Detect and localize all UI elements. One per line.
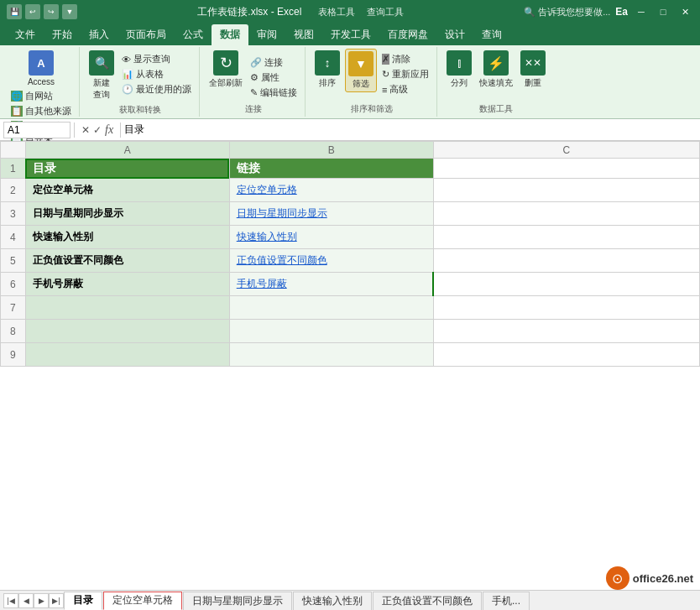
cell-reference-input[interactable] <box>3 122 71 138</box>
cell-b2[interactable]: 定位空单元格 <box>229 179 433 202</box>
title-bar-right: 🔍 告诉我您想要做... Ea ─ □ ✕ <box>524 3 693 20</box>
tab-design[interactable]: 设计 <box>436 24 473 45</box>
insert-function-icon[interactable]: fx <box>105 123 113 137</box>
cell-c8[interactable] <box>433 320 699 343</box>
tab-home[interactable]: 开始 <box>44 24 81 45</box>
cell-c4[interactable] <box>433 226 699 249</box>
tab-file[interactable]: 文件 <box>7 24 44 45</box>
link-b5[interactable]: 正负值设置不同颜色 <box>237 254 327 266</box>
tab-insert[interactable]: 插入 <box>81 24 118 45</box>
table-row: 9 <box>1 343 700 367</box>
recent-sources-button[interactable]: 🕐最近使用的源 <box>119 82 194 96</box>
split-column-button[interactable]: ⫿ 分列 <box>444 49 474 91</box>
access-button[interactable]: A Access <box>8 49 74 88</box>
cell-b9[interactable] <box>229 343 433 367</box>
tab-review[interactable]: 审阅 <box>248 24 285 45</box>
cell-b1[interactable]: 链接 <box>229 159 433 179</box>
col-header-a[interactable]: A <box>25 142 229 159</box>
cell-a2[interactable]: 定位空单元格 <box>25 179 229 202</box>
help-text[interactable]: 🔍 告诉我您想要做... <box>524 6 610 18</box>
reapply-button[interactable]: ↻重新应用 <box>379 67 431 81</box>
minimize-button[interactable]: ─ <box>633 3 650 20</box>
cell-a6[interactable]: 手机号屏蔽 <box>25 273 229 296</box>
tab-next-button[interactable]: ▶ <box>34 593 49 608</box>
confirm-formula-icon[interactable]: ✓ <box>93 124 102 136</box>
link-b6[interactable]: 手机号屏蔽 <box>237 278 287 289</box>
table-row: 6 手机号屏蔽 手机号屏蔽 <box>1 273 700 296</box>
website-button[interactable]: 🌐自网站 <box>8 89 74 103</box>
cell-c3[interactable] <box>433 202 699 226</box>
advanced-button[interactable]: ≡高级 <box>379 82 431 96</box>
cell-b7[interactable] <box>229 296 433 320</box>
sort-button[interactable]: ↕ 排序 <box>312 49 342 91</box>
edit-links-button[interactable]: ✎编辑链接 <box>248 86 300 100</box>
cell-a9[interactable] <box>25 343 229 367</box>
sheet-tab-phone[interactable]: 手机... <box>483 592 530 610</box>
table-row: 4 快速输入性别 快速输入性别 <box>1 226 700 249</box>
tab-page-layout[interactable]: 页面布局 <box>118 24 175 45</box>
other-sources-button[interactable]: 📋自其他来源 <box>8 104 74 118</box>
ribbon: A Access 🌐自网站 📋自其他来源 🔗现有连接 📄自文本 获取外部数据 <box>0 45 700 119</box>
cell-b3[interactable]: 日期与星期同步显示 <box>229 202 433 226</box>
cancel-formula-icon[interactable]: ✕ <box>81 124 90 136</box>
row-num-4: 4 <box>1 226 26 249</box>
cell-c7[interactable] <box>433 296 699 320</box>
cell-a7[interactable] <box>25 296 229 320</box>
sheet-tab-date-week[interactable]: 日期与星期同步显示 <box>183 592 292 610</box>
filter-button[interactable]: ▼ 筛选 <box>345 49 377 92</box>
tab-prev-button[interactable]: ◀ <box>18 593 34 608</box>
cell-c1[interactable] <box>433 159 699 179</box>
cell-c9[interactable] <box>433 343 699 367</box>
new-query-button[interactable]: 🔍 新建查询 <box>86 49 117 102</box>
sheet-tab-input-gender[interactable]: 快速输入性别 <box>293 592 372 610</box>
cell-a3[interactable]: 日期与星期同步显示 <box>25 202 229 226</box>
connections-label: 连接 <box>245 102 262 115</box>
col-header-b[interactable]: B <box>229 142 433 159</box>
undo-icon[interactable]: ↩ <box>25 4 40 19</box>
more-tools-icon[interactable]: ▼ <box>62 4 77 19</box>
tab-data[interactable]: 数据 <box>212 24 248 45</box>
tab-last-button[interactable]: ▶| <box>49 593 64 608</box>
cell-a8[interactable] <box>25 320 229 343</box>
flash-fill-button[interactable]: ⚡ 快速填充 <box>477 49 515 91</box>
tab-developer[interactable]: 开发工具 <box>322 24 379 45</box>
sheet-tab-locate-empty[interactable]: 定位空单元格 <box>103 592 182 610</box>
sheet-tab-directory[interactable]: 目录 <box>64 592 102 610</box>
cell-c6[interactable] <box>433 273 699 296</box>
corner-header <box>1 142 26 159</box>
link-b3[interactable]: 日期与星期同步显示 <box>237 207 327 219</box>
redo-icon[interactable]: ↪ <box>44 4 59 19</box>
link-b4[interactable]: 快速输入性别 <box>237 231 297 242</box>
clear-button[interactable]: ✗清除 <box>379 52 431 66</box>
cell-b6[interactable]: 手机号屏蔽 <box>229 273 433 296</box>
cell-b5[interactable]: 正负值设置不同颜色 <box>229 249 433 273</box>
spreadsheet[interactable]: A B C 1 目录 链接 2 定位空单元格 定位空单元格 <box>0 141 700 590</box>
from-table-button[interactable]: 📊从表格 <box>119 67 194 81</box>
link-b2[interactable]: 定位空单元格 <box>237 184 297 196</box>
cell-c2[interactable] <box>433 179 699 202</box>
row-num-7: 7 <box>1 296 26 320</box>
sheet-tab-pos-neg-color[interactable]: 正负值设置不同颜色 <box>373 592 482 610</box>
remove-dup-button[interactable]: ✕✕ 删重 <box>518 49 548 91</box>
tab-baidu[interactable]: 百度网盘 <box>379 24 436 45</box>
maximize-button[interactable]: □ <box>655 3 671 20</box>
properties-button[interactable]: ⚙属性 <box>248 70 300 85</box>
close-button[interactable]: ✕ <box>676 3 693 20</box>
table-row: 7 <box>1 296 700 320</box>
refresh-all-button[interactable]: ↻ 全部刷新 <box>206 49 245 91</box>
cell-b4[interactable]: 快速输入性别 <box>229 226 433 249</box>
cell-a1[interactable]: 目录 <box>25 159 229 179</box>
connections-button[interactable]: 🔗连接 <box>248 55 300 70</box>
cell-a5[interactable]: 正负值设置不同颜色 <box>25 249 229 273</box>
tab-formula[interactable]: 公式 <box>175 24 212 45</box>
cell-c5[interactable] <box>433 249 699 273</box>
show-query-button[interactable]: 👁显示查询 <box>119 52 194 66</box>
cell-a4[interactable]: 快速输入性别 <box>25 226 229 249</box>
col-header-c[interactable]: C <box>433 142 699 159</box>
save-icon[interactable]: 💾 <box>7 4 22 19</box>
cell-b8[interactable] <box>229 320 433 343</box>
tab-view[interactable]: 视图 <box>285 24 322 45</box>
tab-query[interactable]: 查询 <box>473 24 510 45</box>
tab-first-button[interactable]: |◀ <box>3 593 18 608</box>
formula-input[interactable] <box>124 124 697 136</box>
